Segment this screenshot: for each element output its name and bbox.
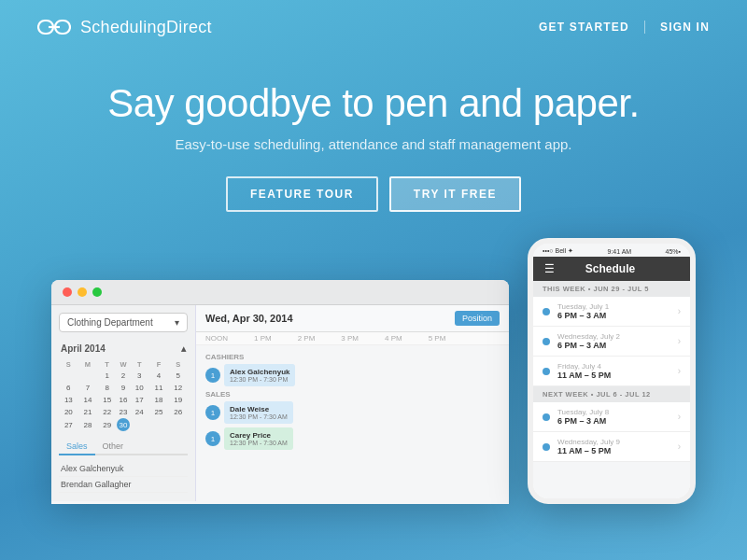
- phone-shift-item[interactable]: Friday, July 4 11 AM – 5 PM ›: [533, 357, 690, 386]
- shift-time: 12:30 PM - 7:30 AM: [230, 440, 288, 446]
- shift-time: 12:30 PM - 7:30 AM: [230, 413, 288, 420]
- window-content: Clothing Department ▾ April 2014 ▴ SMTWT…: [51, 305, 509, 501]
- collapse-icon: ▴: [181, 343, 186, 354]
- shift-time: 6 PM – 3 AM: [557, 416, 678, 426]
- chevron-right-icon: ›: [678, 366, 681, 376]
- shift-block: Dale Weise 12:30 PM - 7:30 AM: [224, 401, 293, 424]
- phone-shift-item[interactable]: Tuesday, July 8 6 PM – 3 AM ›: [533, 402, 690, 432]
- feature-tour-button[interactable]: FEATURE TOUR: [226, 176, 378, 212]
- time-label: 3 PM: [341, 334, 359, 343]
- current-date: Wed, Apr 30, 2014: [205, 313, 293, 324]
- shift-time: 6 PM – 3 AM: [557, 311, 678, 320]
- hamburger-icon[interactable]: ☰: [544, 262, 555, 275]
- staff-item: Alex Galchenyuk: [59, 461, 188, 477]
- maximize-dot: [92, 287, 102, 297]
- shift-block: Carey Price 12:30 PM - 7:30 AM: [224, 427, 293, 450]
- chevron-right-icon: ›: [678, 412, 681, 422]
- shift-block: Alex Galchenyuk 12:30 PM - 7:30 PM: [224, 364, 295, 386]
- shift-info: Wednesday, July 2 6 PM – 3 AM: [557, 332, 678, 350]
- shift-dot: [543, 443, 550, 451]
- shift-day: Tuesday, July 8: [557, 408, 678, 416]
- hero-subtitle: Easy-to-use scheduling, attendance and s…: [37, 136, 710, 152]
- phone-shift-item[interactable]: Tuesday, July 1 6 PM – 3 AM ›: [533, 297, 690, 327]
- time-header: NOON1 PM2 PM3 PM4 PM5 PM: [196, 332, 509, 345]
- department-label: Clothing Department: [67, 317, 153, 328]
- phone-screenshot: •••○ Bell ✦ 9:41 AM 45%▪ ☰ Schedule THIS…: [528, 238, 696, 504]
- time-label: NOON: [205, 334, 228, 343]
- shift-day: Friday, July 4: [557, 362, 678, 371]
- shift-name: Dale Weise: [230, 405, 288, 413]
- hero-buttons: FEATURE TOUR TRY IT FREE: [37, 176, 710, 212]
- avatar: 1: [205, 405, 220, 420]
- staff-list: Alex GalchenyukBrendan Gallagher: [51, 459, 195, 495]
- phone-carrier: •••○ Bell ✦: [543, 247, 573, 255]
- time-label: 4 PM: [385, 334, 402, 343]
- logo: SchedulingDirect: [37, 17, 212, 37]
- department-selector[interactable]: Clothing Department ▾: [59, 313, 188, 332]
- shift-time: 11 AM – 5 PM: [557, 371, 678, 380]
- avatar: 1: [205, 431, 220, 446]
- phone-shift-item[interactable]: Wednesday, July 2 6 PM – 3 AM ›: [533, 327, 690, 357]
- hero-section: Say goodbye to pen and paper. Easy-to-us…: [0, 54, 747, 238]
- tab-sales[interactable]: Sales: [59, 439, 95, 455]
- minimize-dot: [78, 287, 87, 297]
- header-nav: GET STARTED SIGN IN: [539, 21, 710, 34]
- schedule-row: 1 Alex Galchenyuk 12:30 PM - 7:30 PM: [205, 364, 500, 386]
- shift-info: Tuesday, July 8 6 PM – 3 AM: [557, 408, 678, 426]
- phone-shift-item[interactable]: Wednesday, July 9 11 AM – 5 PM ›: [533, 432, 690, 462]
- shift-time: 11 AM – 5 PM: [557, 446, 678, 455]
- window-sidebar: Clothing Department ▾ April 2014 ▴ SMTWT…: [51, 305, 196, 501]
- shift-day: Wednesday, July 2: [557, 332, 678, 341]
- get-started-link[interactable]: GET STARTED: [539, 21, 629, 34]
- shift-time: 6 PM – 3 AM: [557, 341, 678, 350]
- shift-dot: [543, 308, 550, 315]
- shift-day: Tuesday, July 1: [557, 302, 678, 311]
- sign-in-link[interactable]: SIGN IN: [660, 21, 710, 34]
- phone-time: 9:41 AM: [607, 248, 631, 255]
- header: SchedulingDirect GET STARTED SIGN IN: [0, 0, 747, 54]
- logo-icon: [37, 17, 71, 37]
- chevron-right-icon: ›: [678, 441, 681, 452]
- position-button[interactable]: Position: [455, 311, 500, 326]
- avatar: 1: [205, 368, 220, 383]
- logo-text: SchedulingDirect: [80, 18, 212, 37]
- month-title: April 2014: [61, 343, 106, 354]
- phone-screen: •••○ Bell ✦ 9:41 AM 45%▪ ☰ Schedule THIS…: [533, 244, 690, 498]
- schedule-row: 1 Dale Weise 12:30 PM - 7:30 AM: [205, 401, 500, 424]
- phone-status-bar: •••○ Bell ✦ 9:41 AM 45%▪: [533, 244, 690, 257]
- close-dot: [63, 287, 72, 297]
- sidebar-tabs: Sales Other: [59, 439, 188, 455]
- shift-name: Carey Price: [230, 431, 288, 440]
- shift-dot: [543, 413, 550, 421]
- chevron-right-icon: ›: [678, 336, 681, 346]
- tab-other[interactable]: Other: [95, 439, 132, 455]
- month-header: April 2014 ▴: [51, 340, 195, 357]
- shift-dot: [543, 338, 550, 345]
- shift-dot: [543, 368, 550, 375]
- try-free-button[interactable]: TRY IT FREE: [389, 176, 521, 212]
- section-label: Cashiers: [205, 353, 500, 361]
- phone-title: Schedule: [585, 262, 635, 275]
- shift-info: Tuesday, July 1 6 PM – 3 AM: [557, 302, 678, 320]
- shift-day: Wednesday, July 9: [557, 438, 678, 446]
- schedule-row: 1 Carey Price 12:30 PM - 7:30 AM: [205, 427, 500, 450]
- nav-divider: [644, 21, 645, 34]
- phone-app-header: ☰ Schedule: [533, 257, 690, 281]
- phone-battery: 45%▪: [666, 248, 682, 255]
- shift-time: 12:30 PM - 7:30 PM: [230, 376, 289, 383]
- window-titlebar: [51, 280, 509, 305]
- section-label: Sales: [205, 390, 500, 399]
- time-label: 2 PM: [298, 334, 316, 343]
- main-header: Wed, Apr 30, 2014 Position: [196, 305, 509, 332]
- chevron-right-icon: ›: [678, 306, 681, 316]
- shift-info: Wednesday, July 9 11 AM – 5 PM: [557, 438, 678, 455]
- dropdown-chevron: ▾: [175, 317, 179, 328]
- staff-item: Brendan Gallagher: [59, 477, 188, 493]
- shift-name: Alex Galchenyuk: [230, 368, 289, 376]
- phone-section-header: NEXT WEEK • JUL 6 - JUL 12: [533, 386, 690, 402]
- screenshots-section: Clothing Department ▾ April 2014 ▴ SMTWT…: [0, 238, 747, 504]
- mini-calendar: SMTWTFS 12345678910111213141516171819202…: [51, 357, 195, 433]
- shift-info: Friday, July 4 11 AM – 5 PM: [557, 362, 678, 380]
- schedule-rows: Cashiers 1 Alex Galchenyuk 12:30 PM - 7:…: [196, 345, 509, 457]
- window-main: Wed, Apr 30, 2014 Position NOON1 PM2 PM3…: [196, 305, 509, 501]
